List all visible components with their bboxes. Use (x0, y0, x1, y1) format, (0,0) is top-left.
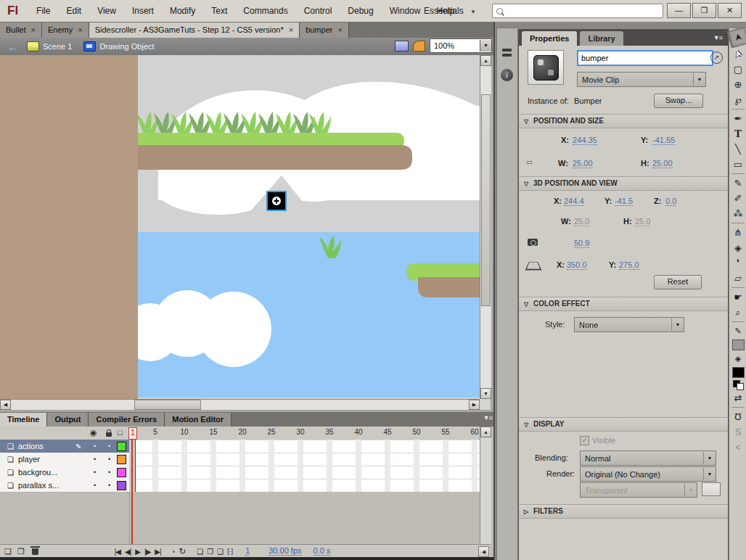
doc-tab-enemy[interactable]: Enemy × (42, 22, 89, 38)
scroll-up-icon[interactable]: ▲ (480, 55, 491, 66)
menu-commands[interactable]: Commands (235, 0, 295, 22)
layer-color-swatch[interactable] (117, 455, 126, 464)
info-panel-icon[interactable]: i (501, 69, 513, 81)
breadcrumb-scene[interactable]: Scene 1 (43, 42, 72, 51)
vp-x-value[interactable]: 350.0 (567, 260, 587, 270)
pencil-tool[interactable]: ✎ (730, 176, 746, 191)
vp-y-value[interactable]: 275.0 (619, 260, 639, 270)
menu-window[interactable]: Window (382, 0, 429, 22)
text-tool[interactable]: T (730, 126, 746, 141)
brush-tool[interactable]: ✐ (730, 191, 746, 206)
visible-checkbox[interactable]: ✓ (580, 436, 589, 445)
paint-bucket-tool[interactable]: ◈ (730, 240, 746, 255)
scrollbar-thumb[interactable] (481, 94, 491, 306)
black-white-icon[interactable] (733, 380, 743, 389)
doc-tab-bumper[interactable]: bumper × (300, 22, 349, 38)
tab-motion-editor[interactable]: Motion Editor (165, 413, 231, 427)
w-value[interactable]: 25.00 (573, 159, 593, 168)
layer-color-swatch[interactable] (117, 468, 126, 477)
panel-menu-icon[interactable]: ▼≡ (483, 414, 492, 421)
layer-color-swatch[interactable] (117, 481, 126, 490)
menu-insert[interactable]: Insert (124, 0, 162, 22)
scrollbar-thumb[interactable] (134, 400, 201, 410)
tab-output[interactable]: Output (47, 413, 89, 427)
y3d-value[interactable]: -41.5 (615, 197, 633, 206)
3d-rotation-tool[interactable]: ⊕ (730, 77, 746, 92)
close-icon[interactable]: × (78, 22, 82, 38)
current-frame-value[interactable]: 1 (245, 547, 250, 556)
eyedropper-tool[interactable]: ❜ (730, 255, 746, 271)
menu-edit[interactable]: Edit (58, 0, 89, 22)
section-display[interactable]: ▽DISPLAY (519, 417, 728, 432)
close-button[interactable]: ✕ (718, 3, 742, 18)
lock-dot[interactable]: • (108, 469, 110, 476)
menu-file[interactable]: File (28, 0, 58, 22)
close-icon[interactable]: × (337, 22, 342, 38)
back-arrow-icon[interactable]: ← (0, 41, 25, 53)
frame-rate-value[interactable]: 30.00 fps (269, 547, 301, 556)
visibility-dot[interactable]: • (94, 456, 96, 463)
go-to-first-frame-button[interactable]: |◀ (115, 548, 120, 556)
playhead-line[interactable] (131, 440, 133, 544)
close-icon[interactable]: × (31, 22, 36, 38)
scroll-left-icon[interactable]: ◀ (0, 400, 11, 410)
scroll-up-icon[interactable]: ▲ (480, 427, 491, 437)
z3d-value[interactable]: 0.0 (665, 197, 676, 206)
visibility-dot[interactable]: • (94, 469, 96, 476)
symbol-type-select[interactable]: Movie Clip ▼ (577, 72, 706, 87)
layer-name[interactable]: parallax s... (18, 481, 129, 490)
step-forward-button[interactable]: |▶ (144, 548, 150, 556)
restore-button[interactable]: ❐ (692, 3, 716, 18)
scroll-right-icon[interactable]: ▶ (469, 400, 480, 410)
subselection-tool[interactable]: ➤ (729, 44, 746, 64)
snap-magnet-icon[interactable]: Ω (730, 409, 746, 424)
rectangle-tool[interactable]: ▭ (730, 157, 746, 172)
onion-skin-icon[interactable]: ❏ (197, 548, 202, 556)
zoom-level-select[interactable]: 100% ▼ (430, 38, 492, 53)
reset-button[interactable]: Reset (654, 275, 702, 289)
x-value[interactable]: 244.35 (573, 136, 597, 145)
tab-timeline[interactable]: Timeline (0, 413, 47, 427)
close-icon[interactable]: × (289, 22, 293, 38)
stage-canvas[interactable] (0, 55, 480, 399)
fill-color-swatch[interactable] (732, 367, 745, 378)
onion-skin-outline-icon[interactable]: ❐ (207, 548, 213, 556)
pen-tool[interactable]: ✒ (730, 111, 746, 126)
doc-tab-sidescroller[interactable]: Sidescroller - AS3GameTuts - Step 12 - C… (89, 22, 300, 38)
stroke-color-swatch[interactable] (732, 339, 745, 350)
timeline-frames-grid[interactable] (129, 440, 480, 492)
lock-dot[interactable]: • (108, 442, 110, 450)
workspace-switcher[interactable]: Essentials ▼ (424, 0, 476, 22)
tab-properties[interactable]: Properties (522, 31, 577, 46)
bone-tool[interactable]: ⋔ (730, 225, 746, 240)
free-transform-tool[interactable]: ▢ (730, 62, 746, 77)
layer-name[interactable]: player (18, 455, 129, 464)
perspective-angle-value[interactable]: 50.9 (574, 239, 589, 248)
visibility-dot[interactable]: • (94, 442, 96, 450)
timeline-vertical-scrollbar[interactable]: ▲ (480, 427, 491, 544)
edit-scene-icon[interactable] (395, 41, 409, 52)
lock-icon[interactable] (106, 432, 112, 437)
layer-row-player[interactable]: ❏ player • • (0, 453, 129, 466)
zoom-tool[interactable]: ⌕ (730, 305, 746, 320)
stage-horizontal-scrollbar[interactable]: ◀ ▶ (0, 399, 480, 410)
section-position-size[interactable]: ▽POSITION AND SIZE (519, 114, 728, 128)
render-select[interactable]: Original (No Change) ▼ (580, 466, 716, 482)
menu-debug[interactable]: Debug (340, 0, 381, 22)
section-color-effect[interactable]: ▽COLOR EFFECT (519, 297, 728, 311)
search-box[interactable] (492, 4, 663, 18)
playhead-frame-indicator[interactable]: 1 (128, 427, 137, 440)
chevron-down-icon[interactable]: ▼ (480, 40, 491, 52)
go-to-last-frame-button[interactable]: ▶| (155, 548, 160, 556)
lock-aspect-icon[interactable]: ⚏ (526, 157, 531, 165)
style-select[interactable]: None ▼ (574, 317, 684, 332)
edit-symbols-icon[interactable] (413, 41, 425, 52)
hand-tool[interactable]: ☛ (730, 289, 746, 305)
panel-menu-icon[interactable]: ▼≡ (713, 34, 722, 41)
loop-icon[interactable]: ↻ (179, 546, 185, 556)
spray-brush-tool[interactable]: ⁂ (730, 206, 746, 221)
section-3d-position[interactable]: ▽3D POSITION AND VIEW (519, 176, 728, 191)
edit-multiple-frames-icon[interactable]: ❑ (217, 548, 223, 556)
scroll-down-icon[interactable]: ▼ (480, 388, 491, 399)
play-button[interactable]: ▶ (135, 548, 140, 556)
